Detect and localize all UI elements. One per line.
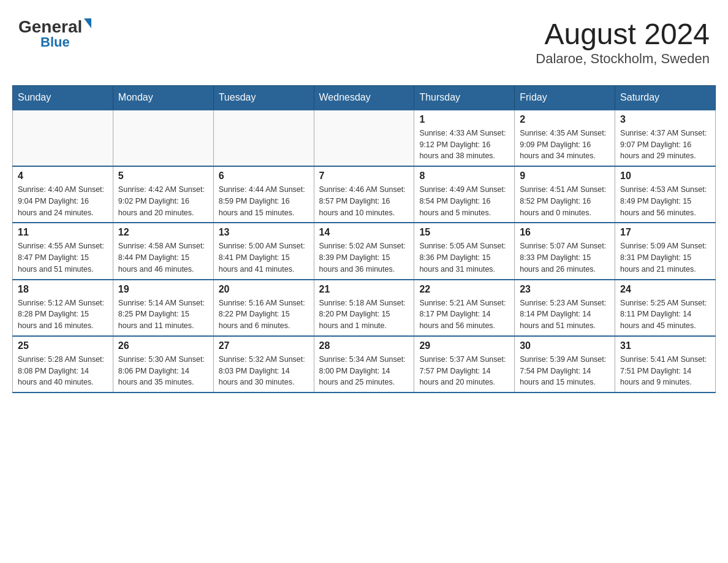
day-info: Sunrise: 5:28 AM Sunset: 8:08 PM Dayligh…	[18, 354, 108, 388]
calendar-cell-w5-d5: 29Sunrise: 5:37 AM Sunset: 7:57 PM Dayli…	[414, 336, 515, 393]
day-info: Sunrise: 5:12 AM Sunset: 8:28 PM Dayligh…	[18, 297, 108, 332]
day-number: 13	[219, 227, 309, 238]
day-number: 12	[118, 227, 208, 238]
calendar-cell-w1-d2	[113, 110, 213, 166]
day-number: 25	[18, 340, 108, 351]
calendar-week-5: 25Sunrise: 5:28 AM Sunset: 8:08 PM Dayli…	[13, 336, 716, 393]
calendar-cell-w1-d6: 2Sunrise: 4:35 AM Sunset: 9:09 PM Daylig…	[515, 110, 615, 166]
calendar-cell-w1-d1	[13, 110, 113, 166]
day-number: 21	[319, 284, 409, 295]
day-number: 9	[520, 170, 610, 182]
day-info: Sunrise: 4:46 AM Sunset: 8:57 PM Dayligh…	[319, 184, 409, 218]
day-number: 30	[520, 340, 610, 351]
calendar-cell-w3-d2: 12Sunrise: 4:58 AM Sunset: 8:44 PM Dayli…	[113, 223, 213, 279]
calendar-table: Sunday Monday Tuesday Wednesday Thursday…	[12, 85, 716, 393]
day-info: Sunrise: 5:16 AM Sunset: 8:22 PM Dayligh…	[219, 297, 309, 332]
day-number: 17	[620, 227, 710, 238]
day-info: Sunrise: 4:55 AM Sunset: 8:47 PM Dayligh…	[18, 240, 108, 275]
calendar-cell-w2-d3: 6Sunrise: 4:44 AM Sunset: 8:59 PM Daylig…	[213, 166, 314, 223]
calendar-month-year: August 2024	[536, 18, 710, 51]
calendar-cell-w5-d7: 31Sunrise: 5:41 AM Sunset: 7:51 PM Dayli…	[615, 336, 716, 393]
day-number: 3	[620, 114, 710, 125]
day-info: Sunrise: 5:41 AM Sunset: 7:51 PM Dayligh…	[620, 354, 710, 388]
day-number: 29	[419, 340, 509, 351]
day-info: Sunrise: 5:34 AM Sunset: 8:00 PM Dayligh…	[319, 354, 409, 388]
calendar-cell-w5-d1: 25Sunrise: 5:28 AM Sunset: 8:08 PM Dayli…	[13, 336, 113, 393]
logo-blue-text: Blue	[40, 36, 70, 49]
calendar-cell-w3-d1: 11Sunrise: 4:55 AM Sunset: 8:47 PM Dayli…	[13, 223, 113, 279]
calendar-cell-w4-d5: 22Sunrise: 5:21 AM Sunset: 8:17 PM Dayli…	[414, 280, 515, 336]
logo-general-text: General	[18, 18, 82, 36]
day-number: 24	[620, 284, 710, 295]
day-number: 7	[319, 170, 409, 182]
day-number: 19	[118, 284, 208, 295]
col-header-monday: Monday	[113, 85, 213, 110]
day-number: 6	[219, 170, 309, 182]
day-info: Sunrise: 5:23 AM Sunset: 8:14 PM Dayligh…	[520, 297, 610, 332]
calendar-cell-w2-d4: 7Sunrise: 4:46 AM Sunset: 8:57 PM Daylig…	[314, 166, 414, 223]
day-number: 10	[620, 170, 710, 182]
calendar-cell-w5-d3: 27Sunrise: 5:32 AM Sunset: 8:03 PM Dayli…	[213, 336, 314, 393]
day-number: 2	[520, 114, 610, 125]
calendar-cell-w4-d1: 18Sunrise: 5:12 AM Sunset: 8:28 PM Dayli…	[13, 280, 113, 336]
day-info: Sunrise: 5:00 AM Sunset: 8:41 PM Dayligh…	[219, 240, 309, 275]
calendar-cell-w4-d6: 23Sunrise: 5:23 AM Sunset: 8:14 PM Dayli…	[515, 280, 615, 336]
day-info: Sunrise: 4:35 AM Sunset: 9:09 PM Dayligh…	[520, 128, 610, 162]
day-info: Sunrise: 5:25 AM Sunset: 8:11 PM Dayligh…	[620, 297, 710, 332]
day-info: Sunrise: 5:14 AM Sunset: 8:25 PM Dayligh…	[118, 297, 208, 332]
day-info: Sunrise: 5:18 AM Sunset: 8:20 PM Dayligh…	[319, 297, 409, 332]
calendar-week-4: 18Sunrise: 5:12 AM Sunset: 8:28 PM Dayli…	[13, 280, 716, 336]
day-info: Sunrise: 5:07 AM Sunset: 8:33 PM Dayligh…	[520, 240, 610, 275]
col-header-wednesday: Wednesday	[314, 85, 414, 110]
day-number: 31	[620, 340, 710, 351]
day-info: Sunrise: 4:42 AM Sunset: 9:02 PM Dayligh…	[118, 184, 208, 218]
day-info: Sunrise: 4:49 AM Sunset: 8:54 PM Dayligh…	[419, 184, 509, 218]
day-info: Sunrise: 5:39 AM Sunset: 7:54 PM Dayligh…	[520, 354, 610, 388]
day-info: Sunrise: 4:53 AM Sunset: 8:49 PM Dayligh…	[620, 184, 710, 218]
calendar-cell-w1-d7: 3Sunrise: 4:37 AM Sunset: 9:07 PM Daylig…	[615, 110, 716, 166]
day-number: 16	[520, 227, 610, 238]
col-header-tuesday: Tuesday	[213, 85, 314, 110]
day-info: Sunrise: 4:44 AM Sunset: 8:59 PM Dayligh…	[219, 184, 309, 218]
calendar-cell-w5-d2: 26Sunrise: 5:30 AM Sunset: 8:06 PM Dayli…	[113, 336, 213, 393]
day-number: 27	[219, 340, 309, 351]
calendar-header-row: Sunday Monday Tuesday Wednesday Thursday…	[13, 85, 716, 110]
calendar-cell-w3-d5: 15Sunrise: 5:05 AM Sunset: 8:36 PM Dayli…	[414, 223, 515, 279]
calendar-cell-w5-d6: 30Sunrise: 5:39 AM Sunset: 7:54 PM Dayli…	[515, 336, 615, 393]
calendar-cell-w3-d6: 16Sunrise: 5:07 AM Sunset: 8:33 PM Dayli…	[515, 223, 615, 279]
day-number: 1	[419, 114, 509, 125]
calendar-cell-w2-d1: 4Sunrise: 4:40 AM Sunset: 9:04 PM Daylig…	[13, 166, 113, 223]
day-info: Sunrise: 5:05 AM Sunset: 8:36 PM Dayligh…	[419, 240, 509, 275]
day-info: Sunrise: 5:32 AM Sunset: 8:03 PM Dayligh…	[219, 354, 309, 388]
calendar-week-2: 4Sunrise: 4:40 AM Sunset: 9:04 PM Daylig…	[13, 166, 716, 223]
logo: General Blue	[18, 18, 91, 49]
day-number: 11	[18, 227, 108, 238]
calendar-week-1: 1Sunrise: 4:33 AM Sunset: 9:12 PM Daylig…	[13, 110, 716, 166]
day-info: Sunrise: 4:33 AM Sunset: 9:12 PM Dayligh…	[419, 128, 509, 162]
day-number: 18	[18, 284, 108, 295]
calendar-location: Dalaroe, Stockholm, Sweden	[536, 51, 710, 67]
day-info: Sunrise: 4:40 AM Sunset: 9:04 PM Dayligh…	[18, 184, 108, 218]
col-header-friday: Friday	[515, 85, 615, 110]
calendar-cell-w2-d6: 9Sunrise: 4:51 AM Sunset: 8:52 PM Daylig…	[515, 166, 615, 223]
day-number: 5	[118, 170, 208, 182]
day-info: Sunrise: 5:02 AM Sunset: 8:39 PM Dayligh…	[319, 240, 409, 275]
col-header-sunday: Sunday	[13, 85, 113, 110]
calendar-cell-w5-d4: 28Sunrise: 5:34 AM Sunset: 8:00 PM Dayli…	[314, 336, 414, 393]
calendar-cell-w4-d7: 24Sunrise: 5:25 AM Sunset: 8:11 PM Dayli…	[615, 280, 716, 336]
calendar-cell-w2-d7: 10Sunrise: 4:53 AM Sunset: 8:49 PM Dayli…	[615, 166, 716, 223]
calendar-cell-w4-d4: 21Sunrise: 5:18 AM Sunset: 8:20 PM Dayli…	[314, 280, 414, 336]
day-info: Sunrise: 5:21 AM Sunset: 8:17 PM Dayligh…	[419, 297, 509, 332]
day-number: 28	[319, 340, 409, 351]
day-info: Sunrise: 5:09 AM Sunset: 8:31 PM Dayligh…	[620, 240, 710, 275]
day-number: 26	[118, 340, 208, 351]
day-info: Sunrise: 4:37 AM Sunset: 9:07 PM Dayligh…	[620, 128, 710, 162]
day-number: 8	[419, 170, 509, 182]
day-number: 4	[18, 170, 108, 182]
page-header: General Blue August 2024 Dalaroe, Stockh…	[12, 12, 716, 73]
logo-triangle-icon	[84, 18, 91, 28]
day-number: 23	[520, 284, 610, 295]
calendar-cell-w1-d4	[314, 110, 414, 166]
day-info: Sunrise: 4:51 AM Sunset: 8:52 PM Dayligh…	[520, 184, 610, 218]
calendar-cell-w3-d7: 17Sunrise: 5:09 AM Sunset: 8:31 PM Dayli…	[615, 223, 716, 279]
